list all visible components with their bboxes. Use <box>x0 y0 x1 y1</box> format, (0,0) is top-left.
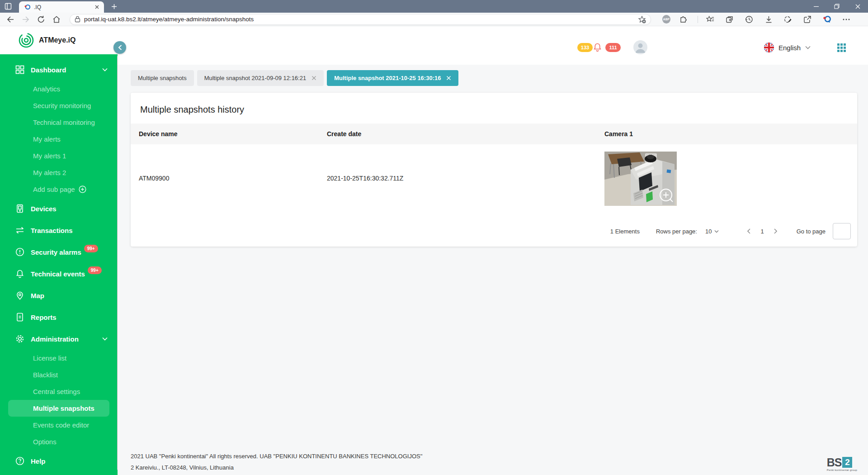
camera-snapshot-thumbnail[interactable] <box>604 152 677 206</box>
browser-tab-title: .IQ <box>34 4 93 10</box>
prev-page-icon[interactable] <box>743 226 754 237</box>
page-footer: 2021 UAB "Penki kontinentai" All rights … <box>131 451 857 473</box>
browser-titlebar: .IQ <box>0 0 868 13</box>
sidebar-nav: Dashboard Analytics Security monitoring … <box>0 54 118 472</box>
forward-icon[interactable] <box>18 14 33 25</box>
add-plus-icon <box>79 185 86 193</box>
alerts-count-badge[interactable]: 111 <box>605 43 621 52</box>
sidebar: ATMeye.iQ Dashboard Analytics Security m… <box>0 26 118 475</box>
go-to-page-input[interactable] <box>833 223 851 239</box>
bell-icon <box>15 269 25 279</box>
sidebar-item-events-code-editor[interactable]: Events code editor <box>0 417 118 433</box>
sidebar-item-license-list[interactable]: License list <box>0 350 118 366</box>
devices-icon <box>15 204 25 214</box>
app-root: ATMeye.iQ Dashboard Analytics Security m… <box>0 26 868 475</box>
user-avatar[interactable] <box>633 40 647 54</box>
sidebar-item-central-settings[interactable]: Central settings <box>0 383 118 400</box>
web-capture-icon[interactable] <box>784 15 792 24</box>
sidebar-item-options[interactable]: Options <box>0 433 118 450</box>
main-area: 133 111 <box>118 26 868 475</box>
back-icon[interactable] <box>3 14 18 25</box>
table-row: ATM09900 2021-10-25T16:30:32.711Z <box>131 144 857 212</box>
refresh-icon[interactable] <box>33 14 49 25</box>
restore-button[interactable] <box>826 0 847 13</box>
sidebar-item-dashboard[interactable]: Dashboard <box>0 59 118 81</box>
collections-icon[interactable] <box>726 15 734 24</box>
bs2-logo: BS 2 Penki kontinentai group <box>827 457 857 471</box>
report-document-icon <box>15 312 25 322</box>
sidebar-item-technical-events[interactable]: Technical events 99+ <box>0 263 118 285</box>
chevron-down-icon <box>714 230 719 233</box>
footer-line-2: 2 Kareiviu., LT-08248, Vilnius, Lithuani… <box>131 462 422 473</box>
toolbar-divider <box>698 16 698 23</box>
zoom-magnifier-icon <box>660 189 673 202</box>
column-camera-1: Camera 1 <box>604 124 633 144</box>
history-icon[interactable] <box>745 15 753 24</box>
extensions-puzzle-icon[interactable] <box>679 15 688 24</box>
sidebar-item-technical-monitoring[interactable]: Technical monitoring <box>0 114 118 131</box>
sidebar-item-help[interactable]: Help <box>0 450 118 472</box>
sidebar-collapse-button[interactable] <box>113 41 126 54</box>
minimize-button[interactable] <box>806 0 826 13</box>
home-icon[interactable] <box>49 14 64 25</box>
adblock-extension-icon[interactable]: ABP <box>662 15 670 24</box>
downloads-icon[interactable] <box>764 15 773 24</box>
alert-circle-icon <box>15 247 25 257</box>
browser-menu-icon[interactable] <box>842 15 850 24</box>
sidebar-item-multiple-snapshots[interactable]: Multiple snapshots <box>8 400 109 417</box>
sidebar-item-administration[interactable]: Administration <box>0 328 118 350</box>
iq-extension-icon[interactable] <box>823 15 831 24</box>
sidebar-item-map[interactable]: Map <box>0 285 118 306</box>
add-favorite-icon[interactable] <box>638 15 646 24</box>
dashboard-icon <box>15 65 25 75</box>
column-create-date: Create date <box>327 124 361 144</box>
atmeye-logo-icon <box>18 32 34 48</box>
close-window-button[interactable] <box>847 0 868 13</box>
chevron-down-icon <box>102 68 108 71</box>
tab-close-icon[interactable] <box>93 4 100 11</box>
sidebar-item-blacklist[interactable]: Blacklist <box>0 366 118 383</box>
language-selector[interactable]: English <box>764 43 811 52</box>
sidebar-item-my-alerts-1[interactable]: My alerts 1 <box>0 147 118 164</box>
close-icon[interactable] <box>311 76 316 81</box>
sidebar-item-reports[interactable]: Reports <box>0 306 118 328</box>
sidebar-item-my-alerts-2[interactable]: My alerts 2 <box>0 164 118 181</box>
go-to-page-label: Go to page <box>797 228 826 235</box>
browser-tab[interactable]: .IQ <box>19 1 104 13</box>
column-device-name: Device name <box>139 124 178 144</box>
apps-grid-icon[interactable] <box>837 43 846 52</box>
tab-snapshot-2021-09-09[interactable]: Multiple snapshot 2021-09-09 12:16:21 <box>197 70 324 86</box>
next-page-icon[interactable] <box>770 226 781 237</box>
help-icon <box>15 456 25 466</box>
tab-snapshot-2021-10-25[interactable]: Multiple snapshot 2021-10-25 16:30:16 <box>327 70 458 86</box>
sidebar-item-analytics[interactable]: Analytics <box>0 81 118 97</box>
sidebar-item-add-sub-page[interactable]: Add sub page <box>0 181 118 198</box>
chevron-down-icon <box>805 46 811 49</box>
gear-icon <box>15 334 25 344</box>
sidebar-item-security-alarms[interactable]: Security alarms 99+ <box>0 241 118 263</box>
snapshots-history-card: Multiple snapshots history Device name C… <box>131 93 857 247</box>
rows-per-page-select[interactable]: 10 <box>705 228 719 235</box>
lock-icon[interactable] <box>75 16 80 23</box>
sidebar-item-devices[interactable]: Devices <box>0 198 118 219</box>
technical-events-badge: 99+ <box>88 266 102 274</box>
tab-multiple-snapshots[interactable]: Multiple snapshots <box>131 70 194 86</box>
chevron-down-icon <box>102 337 108 341</box>
new-tab-button[interactable] <box>109 2 118 11</box>
sidebar-item-security-monitoring[interactable]: Security monitoring <box>0 97 118 114</box>
close-icon[interactable] <box>446 76 451 81</box>
url-text[interactable]: portal.iq-uat.k8.bs2.lt/atmeye/atmeye-ad… <box>84 16 638 23</box>
create-date-cell: 2021-10-25T16:30:32.711Z <box>327 144 403 212</box>
sidebar-item-my-alerts[interactable]: My alerts <box>0 131 118 147</box>
brand-header: ATMeye.iQ <box>0 26 118 54</box>
site-favicon <box>24 4 30 10</box>
tab-layout-icon[interactable] <box>5 3 12 10</box>
share-icon[interactable] <box>803 15 811 24</box>
current-page-number[interactable]: 1 <box>760 228 764 235</box>
address-bar[interactable]: portal.iq-uat.k8.bs2.lt/atmeye/atmeye-ad… <box>70 14 651 25</box>
favorites-bar-icon[interactable] <box>706 15 714 24</box>
elements-count: 1 Elements <box>610 228 640 235</box>
sidebar-item-transactions[interactable]: Transactions <box>0 219 118 241</box>
notifications-bell-icon[interactable] <box>593 43 602 52</box>
warnings-count-badge[interactable]: 133 <box>577 43 593 52</box>
